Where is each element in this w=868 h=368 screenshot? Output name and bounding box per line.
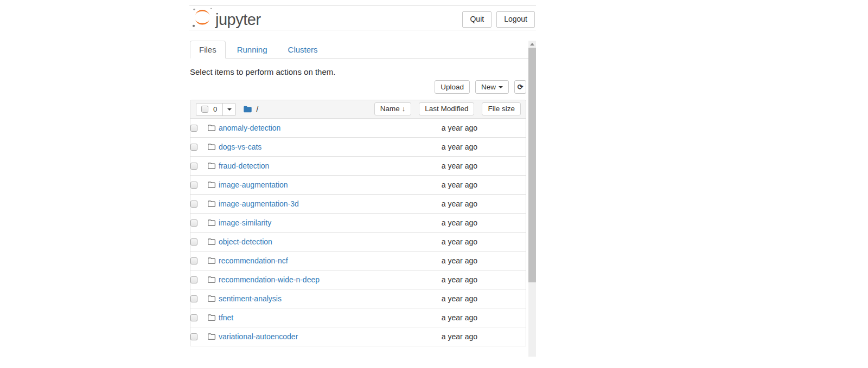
row-name-link[interactable]: image-augmentation-3d bbox=[219, 199, 299, 208]
row-modified: a year ago bbox=[442, 180, 477, 189]
folder-outline-icon bbox=[207, 219, 216, 227]
new-button-label: New bbox=[481, 83, 496, 91]
file-list: anomaly-detection a year ago dogs-vs-cat… bbox=[190, 118, 526, 346]
select-all-group: 0 bbox=[196, 103, 236, 116]
row-modified: a year ago bbox=[442, 162, 477, 170]
tab-clusters[interactable]: Clusters bbox=[279, 41, 327, 59]
row-modified: a year ago bbox=[442, 237, 477, 246]
row-modified: a year ago bbox=[442, 124, 477, 132]
row-modified: a year ago bbox=[442, 294, 477, 303]
row-name-link[interactable]: sentiment-analysis bbox=[219, 294, 282, 303]
scrollbar-thumb[interactable] bbox=[528, 48, 536, 282]
row-name-link[interactable]: object-detection bbox=[219, 237, 272, 246]
logout-button[interactable]: Logout bbox=[496, 11, 535, 28]
folder-icon bbox=[243, 105, 252, 113]
row-name-link[interactable]: tfnet bbox=[219, 313, 233, 322]
refresh-button[interactable]: ⟳ bbox=[514, 80, 526, 94]
row-name-link[interactable]: variational-autoencoder bbox=[219, 332, 298, 341]
folder-outline-icon bbox=[207, 162, 216, 170]
row-checkbox[interactable] bbox=[190, 125, 197, 132]
action-toolbar: Upload New ⟳ bbox=[190, 80, 528, 94]
row-checkbox[interactable] bbox=[190, 333, 197, 340]
row-name-link[interactable]: dogs-vs-cats bbox=[219, 143, 261, 151]
breadcrumb[interactable]: / bbox=[243, 105, 258, 114]
select-filter-dropdown[interactable] bbox=[223, 104, 235, 115]
tab-bar: Files Running Clusters bbox=[190, 41, 528, 59]
table-row: dogs-vs-cats a year ago bbox=[190, 137, 526, 156]
breadcrumb-path[interactable]: / bbox=[256, 105, 258, 114]
sort-by-modified-button[interactable]: Last Modified bbox=[419, 102, 474, 115]
row-checkbox[interactable] bbox=[190, 182, 197, 189]
table-row: image-similarity a year ago bbox=[190, 213, 526, 232]
folder-outline-icon bbox=[207, 200, 216, 208]
scroll-pane: Files Running Clusters Select items to p… bbox=[189, 41, 536, 357]
row-modified: a year ago bbox=[442, 199, 477, 208]
folder-outline-icon bbox=[207, 295, 216, 302]
folder-outline-icon bbox=[207, 333, 216, 340]
header-buttons: Quit Logout bbox=[462, 11, 535, 28]
upload-button[interactable]: Upload bbox=[435, 80, 470, 94]
table-row: anomaly-detection a year ago bbox=[190, 118, 526, 137]
table-row: recommendation-ncf a year ago bbox=[190, 251, 526, 270]
sort-by-size-button[interactable]: File size bbox=[482, 102, 521, 115]
scrollbar[interactable] bbox=[528, 41, 536, 357]
sort-name-label: Name bbox=[380, 105, 400, 113]
row-name-link[interactable]: image-similarity bbox=[219, 218, 271, 227]
caret-down-icon bbox=[227, 108, 232, 111]
jupyter-logo-icon bbox=[190, 7, 214, 29]
main-content: Files Running Clusters Select items to p… bbox=[189, 41, 528, 346]
row-checkbox[interactable] bbox=[190, 219, 197, 227]
table-row: image-augmentation-3d a year ago bbox=[190, 194, 526, 213]
row-checkbox[interactable] bbox=[190, 201, 197, 208]
table-row: variational-autoencoder a year ago bbox=[190, 327, 526, 346]
row-checkbox[interactable] bbox=[190, 295, 197, 302]
selected-count: 0 bbox=[213, 105, 217, 113]
new-dropdown-button[interactable]: New bbox=[475, 80, 509, 94]
table-row: object-detection a year ago bbox=[190, 232, 526, 251]
select-all-button[interactable]: 0 bbox=[196, 104, 223, 115]
folder-outline-icon bbox=[207, 238, 216, 246]
tab-running[interactable]: Running bbox=[228, 41, 277, 59]
logo-wordmark: jupyter bbox=[215, 10, 261, 29]
row-checkbox[interactable] bbox=[190, 314, 197, 321]
table-row: recommendation-wide-n-deep a year ago bbox=[190, 270, 526, 289]
jupyter-app: jupyter Quit Logout Files Running Cluste… bbox=[189, 5, 536, 357]
folder-outline-icon bbox=[207, 181, 216, 189]
file-browser-table: 0 / N bbox=[190, 100, 526, 346]
row-modified: a year ago bbox=[442, 275, 477, 284]
sort-by-name-button[interactable]: Name↓ bbox=[374, 102, 412, 115]
row-checkbox[interactable] bbox=[190, 163, 197, 170]
folder-outline-icon bbox=[207, 143, 216, 151]
row-name-link[interactable]: anomaly-detection bbox=[219, 124, 280, 132]
folder-outline-icon bbox=[207, 314, 216, 321]
row-checkbox[interactable] bbox=[190, 257, 197, 264]
sort-buttons: Name↓ Last Modified File size bbox=[374, 102, 521, 115]
row-modified: a year ago bbox=[442, 313, 477, 322]
jupyter-logo[interactable]: jupyter bbox=[190, 7, 261, 29]
row-modified: a year ago bbox=[442, 332, 477, 341]
row-name-link[interactable]: recommendation-wide-n-deep bbox=[219, 275, 320, 284]
select-all-checkbox[interactable] bbox=[201, 106, 208, 113]
row-name-link[interactable]: fraud-detection bbox=[219, 162, 269, 170]
triangle-up-icon bbox=[530, 43, 534, 46]
row-checkbox[interactable] bbox=[190, 276, 197, 283]
row-name-link[interactable]: image-augmentation bbox=[219, 180, 288, 189]
tab-files[interactable]: Files bbox=[190, 41, 226, 59]
scrollbar-up-button[interactable] bbox=[528, 41, 536, 48]
app-header: jupyter Quit Logout bbox=[189, 6, 536, 30]
row-name-link[interactable]: recommendation-ncf bbox=[219, 256, 288, 265]
arrow-down-icon: ↓ bbox=[402, 105, 406, 113]
row-checkbox[interactable] bbox=[190, 144, 197, 151]
quit-button[interactable]: Quit bbox=[462, 11, 492, 28]
row-checkbox[interactable] bbox=[190, 238, 197, 246]
table-row: tfnet a year ago bbox=[190, 308, 526, 327]
instruction-text: Select items to perform actions on them. bbox=[190, 67, 528, 77]
row-modified: a year ago bbox=[442, 256, 477, 265]
row-modified: a year ago bbox=[442, 218, 477, 227]
folder-outline-icon bbox=[207, 257, 216, 264]
row-modified: a year ago bbox=[442, 143, 477, 151]
caret-down-icon bbox=[499, 86, 503, 88]
table-row: image-augmentation a year ago bbox=[190, 175, 526, 194]
table-row: fraud-detection a year ago bbox=[190, 156, 526, 175]
folder-outline-icon bbox=[207, 276, 216, 283]
